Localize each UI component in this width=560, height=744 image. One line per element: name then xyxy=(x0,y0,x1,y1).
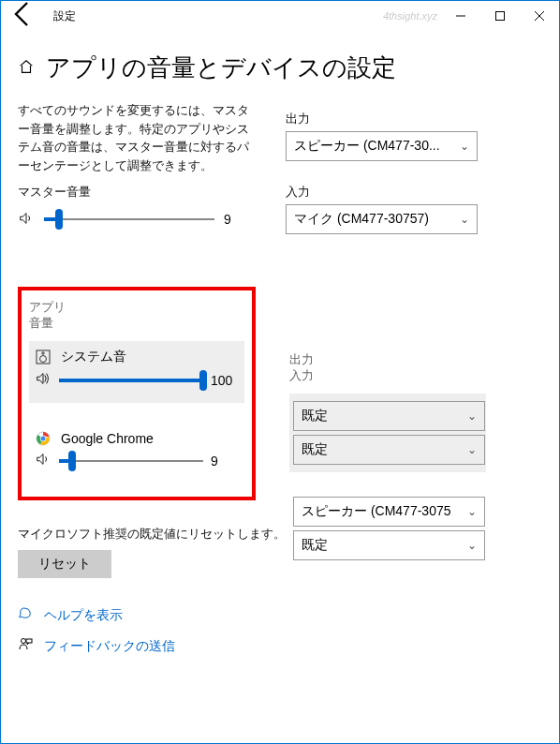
help-link[interactable]: ヘルプを表示 xyxy=(18,606,542,624)
minimize-button[interactable] xyxy=(441,1,480,31)
svg-point-6 xyxy=(42,352,44,354)
svg-point-5 xyxy=(40,355,47,362)
master-volume-slider[interactable] xyxy=(44,208,214,231)
input-dropdown[interactable]: マイク (CM477-30757) ⌄ xyxy=(286,204,478,234)
chrome-icon xyxy=(35,431,52,446)
speaker-icon[interactable] xyxy=(18,210,35,230)
output-label: 出力 xyxy=(286,111,492,127)
watermark: 4thsight.xyz xyxy=(383,10,437,22)
app-volume-highlight: アプリ 音量 システム音 xyxy=(18,287,256,500)
page-description: すべてのサウンドを変更するには、マスター音量を調整します。特定のアプリやシステム… xyxy=(18,101,252,174)
apps-col-header-io: 出力 入力 xyxy=(289,352,486,384)
page-heading: アプリの音量とデバイスの設定 xyxy=(46,52,396,84)
app-output-dropdown-chrome[interactable]: スピーカー (CM477-3075 ⌄ xyxy=(293,497,485,527)
svg-rect-11 xyxy=(26,639,32,643)
apps-col-header-app: アプリ 音量 xyxy=(29,300,244,332)
chevron-down-icon: ⌄ xyxy=(467,505,477,518)
speaker-icon[interactable] xyxy=(35,370,52,390)
maximize-button[interactable] xyxy=(480,1,520,31)
app-output-dropdown-system[interactable]: 既定 ⌄ xyxy=(293,401,485,431)
input-value: マイク (CM477-30757) xyxy=(294,211,429,228)
feedback-link[interactable]: フィードバックの送信 xyxy=(18,637,542,655)
app-input-dropdown-chrome[interactable]: 既定 ⌄ xyxy=(293,530,485,560)
window-title: 設定 xyxy=(53,8,76,24)
help-icon xyxy=(18,606,35,624)
titlebar: 設定 4thsight.xyz xyxy=(1,1,559,31)
master-volume-label: マスター音量 xyxy=(18,184,252,201)
app-name: Google Chrome xyxy=(61,431,154,446)
app-row-system-sound: システム音 xyxy=(29,341,244,367)
speaker-icon[interactable] xyxy=(35,451,52,470)
chevron-down-icon: ⌄ xyxy=(467,539,477,552)
chevron-down-icon: ⌄ xyxy=(460,213,469,226)
app-volume-value: 9 xyxy=(211,454,239,469)
back-button[interactable] xyxy=(8,0,38,33)
svg-point-10 xyxy=(22,639,26,644)
reset-button[interactable]: リセット xyxy=(18,550,111,578)
output-value: スピーカー (CM477-30... xyxy=(294,138,440,155)
chevron-down-icon: ⌄ xyxy=(467,443,477,456)
chevron-down-icon: ⌄ xyxy=(467,409,477,423)
app-volume-slider-system[interactable] xyxy=(59,369,203,392)
output-dropdown[interactable]: スピーカー (CM477-30... ⌄ xyxy=(286,131,478,161)
svg-point-9 xyxy=(41,436,46,440)
app-volume-value: 100 xyxy=(211,373,239,388)
home-icon[interactable] xyxy=(18,58,35,78)
feedback-icon xyxy=(18,637,35,655)
app-input-dropdown-system[interactable]: 既定 ⌄ xyxy=(293,435,485,465)
chevron-down-icon: ⌄ xyxy=(460,140,469,153)
svg-rect-1 xyxy=(496,12,505,21)
master-volume-value: 9 xyxy=(224,212,252,227)
close-button[interactable] xyxy=(520,1,559,31)
input-label: 入力 xyxy=(286,184,492,201)
system-sound-icon xyxy=(35,350,52,365)
app-name: システム音 xyxy=(61,349,126,365)
app-row-chrome: Google Chrome xyxy=(29,424,244,448)
app-volume-slider-chrome[interactable] xyxy=(59,450,203,472)
